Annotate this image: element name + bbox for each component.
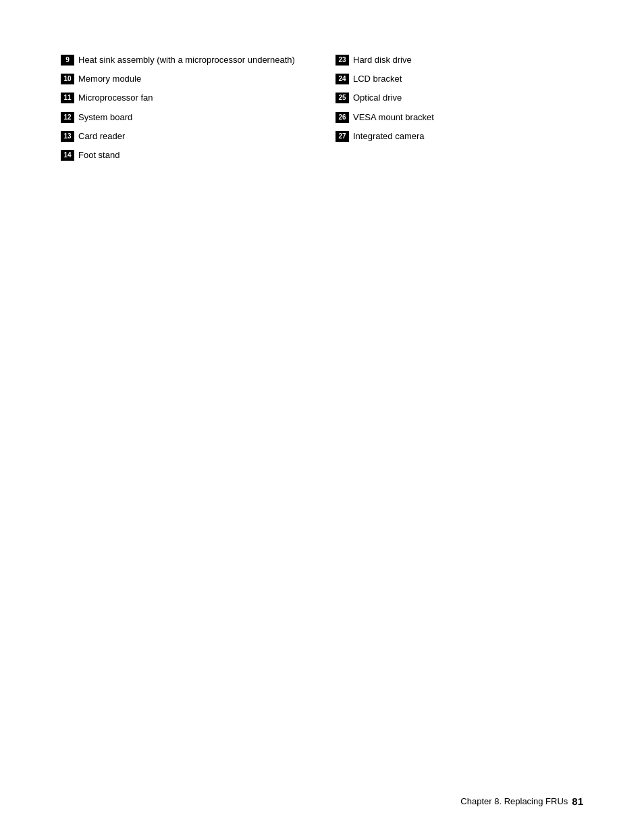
item-text-27: Integrated camera <box>353 130 425 142</box>
item-text-11: Microprocessor fan <box>78 92 153 104</box>
list-item: 11 Microprocessor fan <box>61 92 308 104</box>
items-grid: 9 Heat sink assembly (with a microproces… <box>61 54 583 168</box>
right-column: 23 Hard disk drive 24 LCD bracket 25 Opt… <box>336 54 583 168</box>
badge-25: 25 <box>336 93 349 103</box>
item-text-12: System board <box>78 111 132 124</box>
badge-10: 10 <box>61 74 74 84</box>
list-item: 27 Integrated camera <box>336 130 583 142</box>
list-item: 25 Optical drive <box>336 92 583 104</box>
list-item: 26 VESA mount bracket <box>336 111 583 124</box>
list-item: 14 Foot stand <box>61 149 308 161</box>
item-text-24: LCD bracket <box>353 73 402 85</box>
list-item: 23 Hard disk drive <box>336 54 583 66</box>
list-item: 13 Card reader <box>61 130 308 142</box>
badge-9: 9 <box>61 55 74 66</box>
badge-13: 13 <box>61 131 74 142</box>
badge-12: 12 <box>61 112 74 123</box>
page-number: 81 <box>572 796 583 807</box>
left-column: 9 Heat sink assembly (with a microproces… <box>61 54 308 168</box>
item-text-9: Heat sink assembly (with a microprocesso… <box>78 54 295 66</box>
list-item: 9 Heat sink assembly (with a microproces… <box>61 54 308 66</box>
item-text-10: Memory module <box>78 73 141 85</box>
badge-14: 14 <box>61 150 74 161</box>
badge-26: 26 <box>336 112 349 123</box>
item-text-13: Card reader <box>78 130 125 142</box>
list-item: 10 Memory module <box>61 73 308 85</box>
item-text-26: VESA mount bracket <box>353 111 434 124</box>
page-footer: Chapter 8. Replacing FRUs 81 <box>460 796 583 807</box>
badge-24: 24 <box>336 74 349 84</box>
badge-23: 23 <box>336 55 349 66</box>
item-text-23: Hard disk drive <box>353 54 412 66</box>
item-text-25: Optical drive <box>353 92 402 104</box>
list-item: 24 LCD bracket <box>336 73 583 85</box>
badge-27: 27 <box>336 131 349 142</box>
page-content: 9 Heat sink assembly (with a microproces… <box>0 0 644 209</box>
badge-11: 11 <box>61 93 74 103</box>
item-text-14: Foot stand <box>78 149 119 161</box>
list-item: 12 System board <box>61 111 308 124</box>
chapter-text: Chapter 8. Replacing FRUs <box>460 796 568 806</box>
